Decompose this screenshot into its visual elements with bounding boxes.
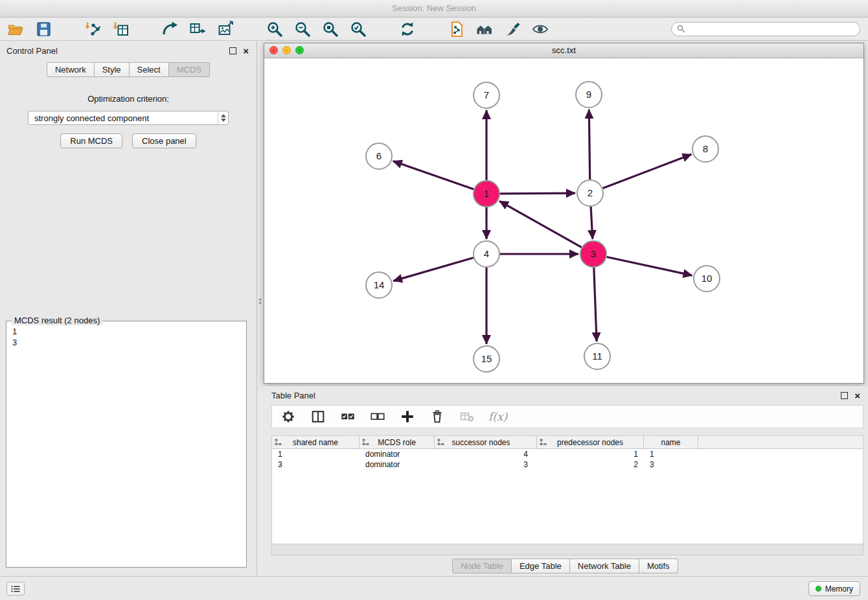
close-table-panel-icon[interactable]: × [854, 392, 860, 400]
cell-predecessor-nodes[interactable]: 2 [537, 460, 644, 469]
graph-node-7[interactable]: 7 [474, 82, 499, 108]
table-row[interactable]: 1 dominator 4 1 1 [272, 449, 863, 459]
cell-shared-name[interactable]: 3 [272, 460, 360, 469]
float-table-panel-icon[interactable] [841, 392, 848, 399]
graph-node-14[interactable]: 14 [366, 272, 392, 298]
node-table[interactable]: shared name MCDS role successor [271, 435, 863, 544]
share-document-icon[interactable] [448, 20, 466, 38]
graph-edge-2-9[interactable] [589, 110, 589, 179]
graph-edge-3-1[interactable] [499, 201, 582, 247]
zoom-fit-icon[interactable] [321, 20, 339, 38]
close-panel-button[interactable]: Close panel [132, 133, 196, 148]
graph-node-11[interactable]: 11 [584, 343, 610, 369]
zoom-window-icon[interactable]: + [295, 46, 304, 54]
zoom-fit-glyph [322, 21, 339, 38]
network-window-titlebar[interactable]: × − + scc.txt [264, 43, 863, 58]
run-mcds-button[interactable]: Run MCDS [60, 133, 122, 148]
column-type-icon [362, 439, 369, 446]
float-panel-icon[interactable] [229, 47, 236, 54]
tab-network[interactable]: Network [47, 62, 95, 77]
column-type-icon [275, 439, 282, 446]
deselect-all-icon[interactable] [369, 408, 386, 425]
task-history-button[interactable] [6, 582, 25, 595]
column-header-mcds-role[interactable]: MCDS role [360, 436, 435, 448]
first-neighbors-icon[interactable] [475, 20, 494, 38]
eye-glyph [532, 21, 549, 38]
first-neighbors-glyph [476, 21, 493, 38]
graph-edge-2-8[interactable] [603, 154, 692, 188]
graph-edge-3-11[interactable] [594, 268, 597, 341]
cell-mcds-role[interactable]: dominator [360, 460, 435, 469]
column-header-name[interactable]: name [644, 436, 698, 448]
tab-select[interactable]: Select [130, 62, 169, 77]
cell-name[interactable]: 3 [644, 460, 698, 469]
graph-node-1[interactable]: 1 [474, 181, 499, 207]
cell-name[interactable]: 1 [644, 450, 698, 459]
add-column-icon[interactable] [399, 408, 416, 425]
open-folder-icon[interactable] [6, 20, 25, 38]
column-header-predecessor-nodes[interactable]: predecessor nodes [537, 436, 644, 448]
graph-node-9[interactable]: 9 [576, 82, 602, 108]
optimization-criterion-select[interactable]: strongly connected component [28, 111, 229, 125]
minimize-window-icon[interactable]: − [282, 46, 291, 54]
memory-button[interactable]: Memory [808, 581, 860, 596]
import-network-icon[interactable] [84, 20, 102, 38]
export-table-icon[interactable] [188, 20, 207, 38]
search-field[interactable] [671, 22, 860, 36]
graph-edge-4-14[interactable] [393, 258, 474, 281]
graph-edge-1-2[interactable] [500, 193, 575, 194]
tab-network-table[interactable]: Network Table [570, 559, 639, 573]
export-network-icon[interactable] [161, 20, 179, 38]
graph-node-6[interactable]: 6 [366, 143, 392, 169]
graph-edge-2-3[interactable] [591, 207, 593, 239]
splitter-handle-icon [259, 297, 261, 305]
table-row[interactable]: 3 dominator 3 2 3 [272, 459, 863, 470]
zoom-in-icon[interactable] [266, 20, 284, 38]
show-columns-icon[interactable] [310, 408, 326, 425]
cell-predecessor-nodes[interactable]: 1 [537, 450, 644, 459]
paint-style-icon[interactable] [503, 20, 521, 38]
cell-successor-nodes[interactable]: 4 [435, 450, 537, 459]
search-input[interactable] [689, 24, 854, 34]
mcds-result-box[interactable]: MCDS result (2 nodes) 1 3 [6, 321, 247, 568]
network-canvas[interactable]: 7968124314101511 [264, 58, 863, 383]
graph-node-4[interactable]: 4 [474, 241, 499, 267]
delete-column-trash-icon[interactable] [429, 408, 446, 425]
graph-node-3[interactable]: 3 [580, 241, 606, 267]
graph-node-2[interactable]: 2 [577, 180, 603, 206]
close-panel-icon[interactable]: × [243, 47, 249, 55]
export-table-glyph [189, 21, 206, 38]
close-window-icon[interactable]: × [269, 46, 278, 54]
save-session-icon[interactable] [34, 20, 52, 38]
graph-edge-3-10[interactable] [607, 257, 692, 276]
table-panel-tabs: Node Table Edge Table Network Table Moti… [262, 559, 868, 573]
tab-node-table[interactable]: Node Table [452, 559, 512, 573]
zoom-out-icon[interactable] [293, 20, 312, 38]
memory-status-icon [816, 586, 821, 592]
select-all-icon[interactable] [339, 408, 356, 425]
zoom-selected-icon[interactable] [349, 20, 367, 38]
tab-motifs[interactable]: Motifs [639, 559, 678, 573]
refresh-icon[interactable] [398, 20, 417, 38]
show-hide-icon[interactable] [531, 20, 549, 38]
tab-style[interactable]: Style [95, 62, 130, 77]
mcds-result-legend: MCDS result (2 nodes) [12, 316, 102, 325]
window-titlebar: Session: New Session [0, 0, 868, 17]
tab-mcds[interactable]: MCDS [169, 62, 210, 77]
cell-successor-nodes[interactable]: 3 [435, 460, 537, 469]
column-header-shared-name[interactable]: shared name [272, 436, 360, 448]
import-table-icon[interactable] [111, 20, 130, 38]
export-image-icon[interactable] [216, 20, 234, 38]
graph-edge-1-6[interactable] [393, 161, 474, 190]
graph-node-10[interactable]: 10 [694, 266, 720, 292]
tab-edge-table[interactable]: Edge Table [512, 559, 570, 573]
graph-node-15[interactable]: 15 [474, 346, 499, 372]
cell-shared-name[interactable]: 1 [272, 450, 360, 459]
cell-mcds-role[interactable]: dominator [360, 450, 435, 459]
network-graph[interactable]: 7968124314101511 [264, 58, 863, 383]
horizontal-scrollbar[interactable] [271, 544, 863, 555]
graph-node-8[interactable]: 8 [692, 136, 718, 162]
table-settings-gear-icon[interactable] [280, 408, 297, 425]
column-header-successor-nodes[interactable]: successor nodes [435, 436, 537, 448]
function-builder-icon: f(x) [488, 410, 507, 423]
